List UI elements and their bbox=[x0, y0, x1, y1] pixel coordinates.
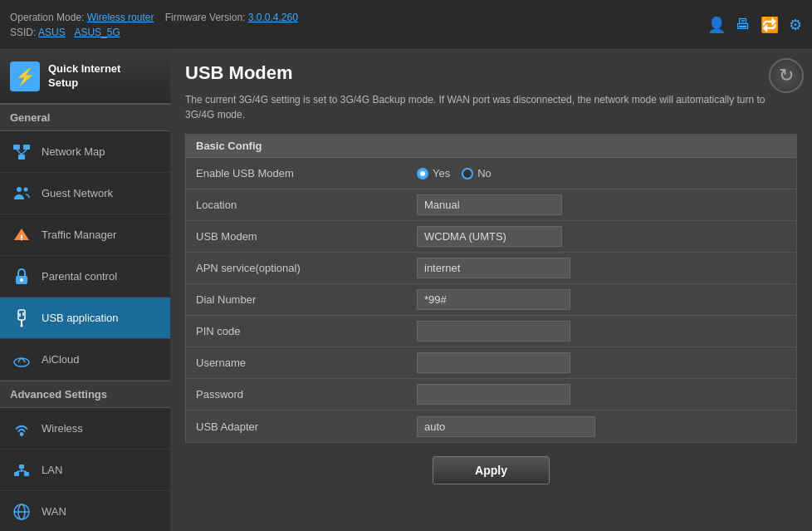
location-row: Location Manual bbox=[186, 189, 796, 221]
radio-no-circle bbox=[462, 168, 473, 179]
password-label: Password bbox=[186, 381, 410, 407]
traffic-manager-label: Traffic Manager bbox=[42, 229, 116, 241]
guest-network-label: Guest Network bbox=[42, 187, 113, 199]
username-label: Username bbox=[186, 350, 410, 376]
settings-icon[interactable]: ⚙ bbox=[789, 16, 802, 34]
sidebar-item-traffic-manager[interactable]: Traffic Manager bbox=[0, 214, 170, 256]
sidebar-item-lan[interactable]: LAN bbox=[0, 450, 170, 491]
enable-usb-modem-value: Yes No bbox=[410, 162, 796, 184]
sidebar-item-network-map[interactable]: Network Map bbox=[0, 131, 170, 173]
top-bar-icons: 👤 🖶 🔁 ⚙ bbox=[707, 16, 802, 34]
svg-point-8 bbox=[21, 238, 22, 240]
svg-rect-17 bbox=[14, 472, 19, 476]
wan-icon bbox=[10, 500, 33, 524]
username-row: Username bbox=[186, 347, 796, 379]
ssid-info: SSID: ASUS ASUS_5G bbox=[10, 27, 298, 38]
traffic-manager-icon bbox=[10, 224, 33, 247]
apn-service-label: APN service(optional) bbox=[186, 255, 410, 281]
sidebar-item-aicloud[interactable]: AiCloud bbox=[0, 339, 170, 381]
basic-config-header: Basic Config bbox=[186, 135, 796, 158]
usb-modem-field-label: USB Modem bbox=[186, 224, 410, 249]
apn-service-row: APN service(optional) bbox=[186, 253, 796, 284]
dial-number-label: Dial Number bbox=[186, 287, 410, 312]
network-icon[interactable]: 🖶 bbox=[736, 16, 751, 33]
ssid-link-2[interactable]: ASUS_5G bbox=[74, 27, 120, 38]
enable-yes-radio[interactable]: Yes bbox=[417, 167, 450, 179]
svg-point-16 bbox=[21, 433, 23, 435]
quick-internet-setup[interactable]: ⚡ Quick InternetSetup bbox=[0, 50, 170, 104]
enable-radio-group: Yes No bbox=[417, 167, 492, 179]
guest-network-icon bbox=[10, 182, 33, 205]
username-input[interactable] bbox=[417, 352, 570, 373]
firmware-link[interactable]: 3.0.0.4.260 bbox=[248, 12, 298, 23]
pin-code-value bbox=[410, 316, 796, 347]
sidebar-item-parental-control[interactable]: Parental control bbox=[0, 256, 170, 297]
svg-line-21 bbox=[17, 470, 22, 472]
operation-mode-link[interactable]: Wireless router bbox=[87, 12, 154, 23]
ssid-link-1[interactable]: ASUS bbox=[38, 27, 66, 38]
password-input[interactable] bbox=[417, 384, 570, 405]
section-advanced-label: Advanced Settings bbox=[0, 381, 170, 408]
svg-line-3 bbox=[17, 150, 22, 155]
sidebar-item-wireless[interactable]: Wireless bbox=[0, 408, 170, 450]
svg-line-4 bbox=[22, 150, 27, 155]
top-bar-info: Operation Mode: Wireless router Firmware… bbox=[10, 12, 298, 38]
usb-application-icon bbox=[10, 307, 33, 330]
svg-rect-7 bbox=[21, 235, 22, 238]
apply-section: Apply bbox=[185, 456, 797, 484]
back-button[interactable]: ↻ bbox=[769, 58, 804, 93]
layout: ⚡ Quick InternetSetup General Network Ma… bbox=[0, 50, 812, 531]
svg-point-5 bbox=[17, 187, 22, 192]
dial-number-row: Dial Number bbox=[186, 284, 796, 316]
usb-modem-dropdown-wrap: WCDMA (UMTS) bbox=[417, 226, 562, 247]
network-map-icon bbox=[10, 140, 33, 164]
parental-control-icon bbox=[10, 265, 33, 288]
username-value bbox=[410, 347, 796, 378]
svg-rect-11 bbox=[18, 310, 25, 320]
aicloud-icon bbox=[10, 348, 33, 371]
svg-rect-1 bbox=[23, 145, 30, 150]
location-value: Manual bbox=[410, 189, 796, 220]
lan-icon bbox=[10, 459, 33, 482]
enable-no-radio[interactable]: No bbox=[462, 167, 492, 179]
apply-button[interactable]: Apply bbox=[433, 456, 550, 484]
page-description: The current 3G/4G setting is set to 3G/4… bbox=[185, 92, 797, 122]
aicloud-label: AiCloud bbox=[42, 353, 80, 366]
enable-usb-modem-label: Enable USB Modem bbox=[186, 160, 410, 186]
svg-point-6 bbox=[24, 187, 28, 191]
usb-adapter-dropdown-wrap: auto bbox=[417, 416, 595, 437]
sidebar-item-guest-network[interactable]: Guest Network bbox=[0, 173, 170, 214]
enable-usb-modem-row: Enable USB Modem Yes No bbox=[186, 158, 796, 189]
quick-setup-label: Quick InternetSetup bbox=[48, 62, 120, 91]
sidebar-item-wan[interactable]: WAN bbox=[0, 491, 170, 531]
apn-input[interactable] bbox=[417, 258, 570, 278]
wireless-label: Wireless bbox=[42, 422, 83, 435]
quick-setup-icon: ⚡ bbox=[10, 61, 40, 91]
section-general-label: General bbox=[0, 104, 170, 131]
usb-modem-field-value: WCDMA (UMTS) bbox=[410, 221, 796, 252]
password-row: Password bbox=[186, 379, 796, 411]
location-dropdown[interactable]: Manual bbox=[417, 194, 562, 215]
share-icon[interactable]: 🔁 bbox=[761, 16, 779, 34]
pin-code-input[interactable] bbox=[417, 321, 570, 342]
lan-label: LAN bbox=[42, 464, 62, 476]
apn-service-value bbox=[410, 253, 796, 283]
sidebar-item-usb-application[interactable]: USB application bbox=[0, 297, 170, 339]
usb-adapter-row: USB Adapter auto bbox=[186, 411, 796, 442]
top-bar: Operation Mode: Wireless router Firmware… bbox=[0, 0, 812, 50]
basic-config-section: Basic Config Enable USB Modem Yes No bbox=[185, 134, 797, 443]
svg-point-14 bbox=[21, 324, 23, 327]
pin-code-row: PIN code bbox=[186, 316, 796, 347]
wan-label: WAN bbox=[42, 505, 66, 518]
usb-application-label: USB application bbox=[42, 312, 119, 324]
enable-yes-label: Yes bbox=[433, 167, 450, 179]
usb-adapter-value: auto bbox=[410, 411, 796, 442]
user-icon[interactable]: 👤 bbox=[707, 16, 726, 34]
dial-number-input[interactable] bbox=[417, 289, 570, 310]
svg-rect-2 bbox=[18, 155, 25, 160]
usb-adapter-dropdown[interactable]: auto bbox=[417, 416, 595, 437]
wireless-icon bbox=[10, 417, 33, 440]
enable-no-label: No bbox=[477, 167, 492, 179]
usb-modem-dropdown[interactable]: WCDMA (UMTS) bbox=[417, 226, 562, 247]
svg-point-15 bbox=[14, 358, 29, 366]
